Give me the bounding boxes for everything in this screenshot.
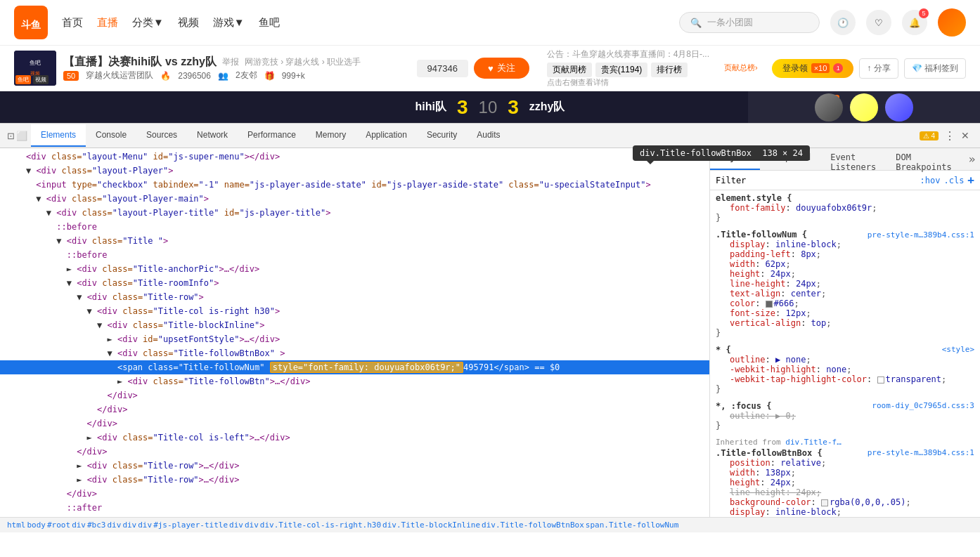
search-box[interactable]: 🔍 一条小团圆 <box>679 12 820 33</box>
dom-line[interactable]: ► <div id="upsetFontStyle">…</div> <box>0 332 709 346</box>
dom-line[interactable]: <div class="layout-Menu" id="js-super-me… <box>0 150 709 164</box>
css-origin[interactable]: <style> <box>942 345 974 354</box>
breadcrumb-div5[interactable]: div <box>229 520 243 530</box>
notification-icon[interactable]: 🔔 5 <box>902 10 927 35</box>
dom-line[interactable]: ► <div class="Title-followBtn">…</div> <box>0 374 709 388</box>
svg-text:鱼吧: 鱼吧 <box>30 60 41 66</box>
avatar[interactable] <box>938 8 966 37</box>
dom-line[interactable]: ▼ <div class="Title-roomInfo"> <box>0 276 709 290</box>
total-rank-link[interactable]: 页献总榜› <box>724 63 758 77</box>
breadcrumb-follow-btn-box[interactable]: div.Title-followBtnBox <box>482 520 584 530</box>
filter-cls[interactable]: .cls <box>943 176 964 185</box>
tab-performance[interactable]: Performance <box>238 124 306 147</box>
css-prop-row: line-height: 24px; <box>716 487 974 497</box>
follow-button[interactable]: ♥ 关注 <box>474 58 529 79</box>
cursor-icon[interactable]: ⊡ <box>7 131 15 141</box>
tab-sources[interactable]: Sources <box>136 124 187 147</box>
dom-line[interactable]: </div> <box>0 402 709 417</box>
tab-audits[interactable]: Audits <box>467 124 510 147</box>
dom-line[interactable]: ▼ <div class="Title-col is-right h30"> <box>0 304 709 318</box>
share-button[interactable]: ↑ 分享 <box>859 58 898 79</box>
breadcrumb-div3[interactable]: div <box>122 520 136 530</box>
dom-line[interactable]: ▼ <div class="layout-Player-title" id="j… <box>0 206 709 220</box>
dom-line[interactable]: <input type="checkbox" tabindex="-1" nam… <box>0 178 709 192</box>
tab-event-listeners[interactable]: Event Listeners <box>820 148 886 170</box>
dom-line[interactable]: ▼ <div class="Title-blockInline"> <box>0 318 709 332</box>
dom-line[interactable]: </div> <box>0 417 709 431</box>
dom-line[interactable]: </div> <box>0 388 709 402</box>
breadcrumb-body[interactable]: body <box>27 520 46 530</box>
css-origin[interactable]: pre-style-m…389b4.css:1 <box>868 230 974 240</box>
css-rule-star: * { <style> outline: ▶ none; -webkit-hig… <box>716 345 974 394</box>
dom-line[interactable]: ▼ <div class="Title-followBtnBox" > <box>0 346 709 360</box>
breadcrumb-div1[interactable]: div <box>72 520 86 530</box>
nav-home[interactable]: 首页 <box>62 16 83 30</box>
tab-network[interactable]: Network <box>187 124 238 147</box>
welfare-button[interactable]: 💎 福利签到 <box>904 58 966 79</box>
dom-line[interactable]: ::before <box>0 248 709 262</box>
css-val: 24px <box>771 478 791 487</box>
dom-line[interactable]: ::after <box>0 501 709 515</box>
css-val: 24px <box>771 269 791 279</box>
device-icon[interactable]: ⬜ <box>16 131 27 141</box>
breadcrumb-follow-num[interactable]: span.Title-followNum <box>586 520 678 530</box>
breadcrumb-title-col[interactable]: div.Title-col-is-right.h30 <box>260 520 381 530</box>
breadcrumb-div2[interactable]: div <box>108 520 122 530</box>
nav-live[interactable]: 直播 <box>97 16 118 30</box>
noble-tab[interactable]: 贵宾(1194) <box>595 63 648 77</box>
dom-line[interactable]: ▼ <div class="Title-row"> <box>0 290 709 304</box>
close-devtools-icon[interactable]: ✕ <box>961 130 969 141</box>
tab-security[interactable]: Security <box>417 124 467 147</box>
dom-line[interactable]: ::before <box>0 220 709 234</box>
selected-dom-line[interactable]: <span class="Title-followNum" style="fon… <box>0 360 709 374</box>
add-style-icon[interactable]: + <box>967 173 974 187</box>
breadcrumb-block-inline[interactable]: div.Title-blockInline <box>382 520 480 530</box>
dom-line[interactable]: </div> <box>0 445 709 459</box>
dom-line[interactable]: ▼ <div class="Title "> <box>0 234 709 248</box>
tab-application[interactable]: Application <box>356 124 417 147</box>
tab-elements[interactable]: Elements <box>31 124 86 147</box>
css-origin[interactable]: room-diy_0c7965d.css:3 <box>872 401 974 410</box>
breadcrumb-div4[interactable]: div <box>138 520 152 530</box>
heart-icon[interactable]: ♡ <box>866 10 891 35</box>
elements-panel[interactable]: <div class="layout-Menu" id="js-super-me… <box>0 148 710 517</box>
nav-game[interactable]: 游戏▼ <box>213 16 245 30</box>
nav-category[interactable]: 分类▼ <box>132 16 164 30</box>
filter-pseudo[interactable]: :hov <box>920 176 941 185</box>
dom-line[interactable]: ► <div class="Title-row">…</div> <box>0 473 709 487</box>
breadcrumb-bc3[interactable]: #bc3 <box>87 520 106 530</box>
inherited-link[interactable]: div.Title-f… <box>785 438 841 447</box>
breadcrumb-bar: html body #root div #bc3 div div div #js… <box>0 517 980 532</box>
weekly-tab[interactable]: 页献周榜 <box>547 63 592 77</box>
dom-line[interactable]: ► <div class="Title-col is-left">…</div> <box>0 431 709 445</box>
color-swatch <box>766 301 773 308</box>
report-link[interactable]: 举报 <box>222 56 239 68</box>
css-val: inline-block <box>775 240 837 249</box>
css-origin[interactable]: pre-style-m…389b4.css:1 <box>868 448 974 457</box>
tooltip-dimensions: 138 × 24 <box>762 148 803 158</box>
tab-console[interactable]: Console <box>86 124 136 147</box>
breadcrumb-div6[interactable]: div <box>245 520 259 530</box>
css-prop: padding-left <box>730 249 791 259</box>
breadcrumb-player-title[interactable]: #js-player-title <box>153 520 228 530</box>
login-button[interactable]: 登录领 ×10 1 <box>772 59 854 78</box>
breadcrumb-html[interactable]: html <box>7 520 26 530</box>
clock-icon[interactable]: 🕐 <box>830 10 856 35</box>
rank-tab[interactable]: 排行榜 <box>651 63 688 77</box>
dom-line[interactable]: ▼ <div class="layout-Player-main"> <box>0 192 709 206</box>
tab-dom-breakpoints[interactable]: DOM Breakpoints <box>886 148 961 170</box>
dom-line[interactable]: ► <div class="Title-row">…</div> <box>0 459 709 473</box>
dom-line[interactable]: ► <div class="Title-anchorPic">…</div> <box>0 262 709 276</box>
styles-more-icon[interactable]: » <box>962 148 980 170</box>
dom-line[interactable]: ▼ <div class="layout-Player"> <box>0 164 709 178</box>
css-prop: width <box>730 259 755 269</box>
nav-video[interactable]: 视频 <box>178 16 199 30</box>
styles-panel: Styles Computed Event Listeners DOM Brea… <box>710 148 980 517</box>
breadcrumb-root[interactable]: #root <box>47 520 70 530</box>
tab-memory[interactable]: Memory <box>306 124 356 147</box>
score2: 3 <box>508 96 519 119</box>
more-icon[interactable]: ⋮ <box>944 129 955 143</box>
nav-fish[interactable]: 鱼吧 <box>259 16 280 30</box>
filter-input[interactable] <box>716 176 917 185</box>
dom-line[interactable]: </div> <box>0 487 709 501</box>
